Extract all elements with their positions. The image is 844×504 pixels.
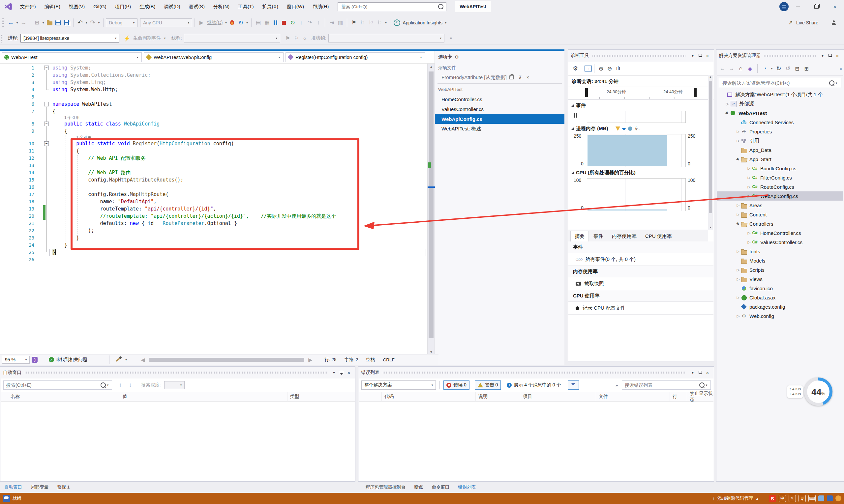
document-tab[interactable]: ValuesController.cs <box>435 104 565 114</box>
tree-item[interactable]: ▷⚙Web.config <box>717 311 843 321</box>
stack-frame-dropdown[interactable]: ▾ <box>328 34 444 42</box>
restart-application-icon[interactable]: ↻ <box>236 18 245 27</box>
code-line[interactable]: 2using System.Collections.Generic; <box>0 71 427 79</box>
restart-debugging-icon[interactable]: ↻ <box>288 18 297 27</box>
chevron-down-icon[interactable]: ▾ <box>245 21 249 24</box>
toggle-flagged-icon[interactable]: ∝ <box>301 34 309 42</box>
tree-item[interactable]: ▷↗外部源 <box>717 99 843 108</box>
solution-search-input[interactable] <box>722 80 829 86</box>
code-line[interactable]: 23} <box>0 234 427 241</box>
summary-action-link[interactable]: 记录 CPU 配置文件 <box>568 302 713 314</box>
user-avatar[interactable] <box>779 2 789 11</box>
close-button[interactable]: × <box>826 0 844 13</box>
close-icon[interactable]: × <box>345 370 352 376</box>
fold-collapse-icon[interactable]: − <box>44 102 49 106</box>
column-header[interactable]: 类型 <box>288 392 355 401</box>
refresh-icon[interactable]: ↻ <box>774 64 783 73</box>
pin-icon[interactable] <box>828 54 831 58</box>
scrollbar-thumb[interactable] <box>429 71 433 338</box>
code-line[interactable]: 21defaults: new { id = RouteParameter.Op… <box>0 220 427 227</box>
toolbar-grip[interactable] <box>2 18 4 27</box>
stop-debugging-icon[interactable] <box>279 18 288 27</box>
diagnostics-tab[interactable]: 摘要 <box>570 231 589 241</box>
expand-arrow-icon[interactable]: ▷ <box>725 102 730 106</box>
pending-changes-filter-icon[interactable]: ◔ <box>761 64 769 73</box>
expand-arrow-icon[interactable]: ▷ <box>746 176 752 180</box>
continue-play-icon[interactable]: ▶ <box>197 18 206 27</box>
chevron-down-icon[interactable]: ▾ <box>15 21 19 24</box>
thread-dropdown[interactable]: ▾ <box>184 34 280 42</box>
chevron-down-icon[interactable]: ▾ <box>834 82 839 85</box>
column-header[interactable]: 行 <box>670 392 687 401</box>
add-to-source-control-button[interactable]: 添加到源代码管理 <box>718 496 753 501</box>
summary-action-link[interactable]: ◇◇◇所有事件(0 个, 共 0 个) <box>568 253 713 266</box>
column-header[interactable]: 说明 <box>476 392 520 401</box>
warnings-filter-button[interactable]: 警告 0 <box>475 380 501 390</box>
gear-icon[interactable]: ⚙ <box>455 54 459 60</box>
error-scope-dropdown[interactable]: 整个解决方案▾ <box>361 380 436 390</box>
window-menu-icon[interactable]: ▾ <box>689 370 696 375</box>
ime-pencil-icon[interactable]: ✎ <box>789 495 796 502</box>
diagnostics-tab[interactable]: 内存使用率 <box>608 231 641 241</box>
code-line[interactable]: 19routeTemplate: "api/{controller}/{id}"… <box>0 205 427 213</box>
expand-arrow-icon[interactable]: ▷ <box>736 249 741 254</box>
chevron-down-icon[interactable]: ▾ <box>41 21 45 24</box>
menu-item-4[interactable]: 项目(P) <box>111 0 135 13</box>
chevron-down-icon[interactable]: ▾ <box>224 21 228 24</box>
expand-arrow-icon[interactable]: ▷ <box>746 185 752 189</box>
expand-arrow-icon[interactable]: ▷ <box>736 213 741 217</box>
zoom-out-icon[interactable]: ⊖ <box>605 64 614 73</box>
column-header-icon[interactable] <box>359 392 382 401</box>
flag-thread-icon[interactable]: ⚑ <box>283 34 292 42</box>
document-tab[interactable]: FromBodyAttribute [从元数据]⊼× <box>435 72 565 82</box>
toolbar-grip[interactable] <box>1 34 3 42</box>
code-line[interactable]: 16 <box>0 183 427 191</box>
scrollbar-thumb[interactable] <box>709 82 712 213</box>
lifecycle-events-icon[interactable]: ⚡ <box>123 34 131 42</box>
menu-item-6[interactable]: 调试(D) <box>159 0 184 13</box>
menu-item-1[interactable]: 编辑(E) <box>40 0 65 13</box>
step-over-icon[interactable]: ↷ <box>305 18 314 27</box>
range-handle[interactable] <box>694 88 696 97</box>
chevron-down-icon[interactable]: ▾ <box>770 67 774 70</box>
toolbar-overflow-icon[interactable]: » <box>616 383 618 388</box>
expand-arrow-icon[interactable]: ▷ <box>746 194 752 198</box>
save-icon[interactable] <box>54 18 62 27</box>
redo-icon[interactable]: ↷ <box>88 18 97 27</box>
column-indicator[interactable]: 字符: 2 <box>345 357 358 363</box>
ime-keyboard-icon[interactable]: ⌨ <box>808 495 816 502</box>
solution-configuration-dropdown[interactable]: Debug▾ <box>106 18 137 27</box>
memory-chart[interactable] <box>587 134 686 167</box>
watch-window-icon[interactable]: ▦ <box>262 18 271 27</box>
expand-arrow-icon[interactable]: ▷ <box>736 314 741 318</box>
sync-with-active-document-icon[interactable]: ↺ <box>784 64 792 73</box>
ime-skin-icon[interactable] <box>827 496 833 501</box>
undo-icon[interactable]: ↶ <box>76 18 84 27</box>
menu-item-7[interactable]: 测试(S) <box>185 0 209 13</box>
code-line[interactable]: 15config.MapHttpAttributeRoutes(); <box>0 176 427 183</box>
feedback-icon[interactable] <box>3 495 10 502</box>
code-line[interactable]: 17config.Routes.MapHttpRoute( <box>0 191 427 198</box>
snapshot-marker-icon[interactable] <box>616 126 620 131</box>
tree-item[interactable]: ▷Scripts <box>717 265 843 274</box>
autos-search-box[interactable]: ▾ <box>3 380 112 390</box>
switch-views-icon[interactable]: ◆ <box>746 64 754 73</box>
close-icon[interactable]: × <box>527 75 529 80</box>
process-dropdown[interactable]: [39884] iisexpress.exe▾ <box>20 34 119 42</box>
expand-arrow-icon[interactable]: ▷ <box>736 277 741 281</box>
line-indicator[interactable]: 行: 25 <box>325 357 337 363</box>
messages-filter-button[interactable]: i展示 4 个消息中的 0 个 <box>507 382 561 388</box>
clear-bookmarks-icon[interactable]: ⚐ <box>375 18 384 27</box>
continue-button[interactable]: 继续(C) <box>207 20 223 26</box>
tree-item[interactable]: ▶Controllers <box>717 219 843 228</box>
code-line[interactable]: 24} <box>0 241 427 249</box>
document-tab[interactable]: WebApiConfig.cs <box>435 114 565 124</box>
filter-button[interactable] <box>568 380 579 390</box>
minimize-button[interactable] <box>789 0 807 13</box>
toolbar-overflow-icon[interactable]: » <box>840 66 842 71</box>
ime-language-indicator[interactable]: 中 <box>779 495 786 502</box>
whitespace-indicator[interactable]: 空格 <box>366 357 375 363</box>
horizontal-scrollbar[interactable] <box>149 358 304 362</box>
code-line[interactable]: 5 <box>0 93 427 101</box>
live-share-label[interactable]: Live Share <box>796 20 818 25</box>
